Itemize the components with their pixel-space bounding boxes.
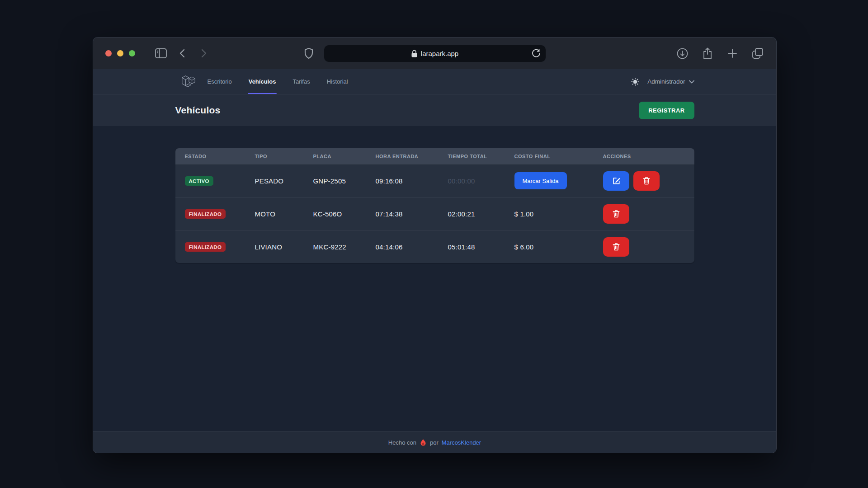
status-badge: FINALIZADO: [185, 209, 226, 219]
page-title: Vehículos: [175, 105, 221, 116]
costo-final-value: $ 6.00: [514, 243, 603, 251]
close-window-button[interactable]: [105, 50, 112, 56]
back-icon[interactable]: [178, 48, 188, 58]
col-tipo: TIPO: [255, 154, 313, 159]
tab-escritorio[interactable]: Escritorio: [208, 69, 232, 94]
browser-chrome: larapark.app: [93, 38, 776, 69]
trash-icon: [612, 242, 620, 251]
chevron-down-icon: [689, 80, 694, 84]
col-tiempo-total: TIEMPO TOTAL: [448, 154, 514, 159]
trash-icon: [612, 209, 620, 218]
col-placa: PLACA: [313, 154, 376, 159]
delete-button[interactable]: [603, 204, 629, 224]
new-tab-icon[interactable]: [727, 48, 738, 59]
delete-button[interactable]: [633, 171, 660, 191]
forward-icon: [198, 48, 208, 58]
trash-icon: [642, 176, 651, 185]
col-acciones: ACCIONES: [603, 154, 694, 159]
register-button[interactable]: REGISTRAR: [639, 102, 694, 119]
sidebar-toggle-icon[interactable]: [155, 48, 167, 58]
laravel-logo-icon[interactable]: [181, 75, 196, 89]
placa-value: KC-506O: [313, 210, 376, 218]
marcar-salida-button[interactable]: Marcar Salida: [514, 172, 567, 189]
status-badge: ACTIVO: [185, 176, 213, 186]
tipo-value: PESADO: [255, 177, 313, 185]
user-menu-label: Administrador: [647, 78, 685, 85]
privacy-shield-icon[interactable]: [304, 47, 314, 59]
downloads-icon[interactable]: [677, 48, 688, 59]
page-header: Vehículos REGISTRAR: [93, 94, 776, 126]
table-row: FINALIZADO MOTO KC-506O 07:14:38 02:00:2…: [175, 197, 694, 230]
pencil-square-icon: [612, 176, 621, 185]
tiempo-total-value: 05:01:48: [448, 243, 514, 251]
main-content: ESTADO TIPO PLACA HORA ENTRADA TIEMPO TO…: [93, 126, 776, 432]
app-navbar: Escritorio Vehículos Tarifas Historial: [93, 69, 776, 94]
col-estado: ESTADO: [175, 154, 255, 159]
minimize-window-button[interactable]: [117, 50, 123, 56]
theme-toggle-sun-icon[interactable]: [631, 78, 639, 86]
browser-window: larapark.app: [93, 38, 776, 453]
edit-button[interactable]: [603, 171, 629, 191]
tab-overview-icon[interactable]: [752, 47, 764, 59]
tiempo-total-value: 00:00:00: [448, 177, 514, 185]
delete-button[interactable]: [603, 237, 629, 257]
placa-value: MKC-9222: [313, 243, 376, 251]
share-icon[interactable]: [702, 47, 713, 60]
tipo-value: LIVIANO: [255, 243, 313, 251]
address-bar[interactable]: larapark.app: [324, 45, 546, 62]
tab-historial[interactable]: Historial: [327, 69, 348, 94]
status-badge: FINALIZADO: [185, 242, 226, 252]
table-row: FINALIZADO LIVIANO MKC-9222 04:14:06 05:…: [175, 230, 694, 263]
costo-final-value: $ 1.00: [514, 210, 603, 218]
lock-icon: [411, 50, 417, 57]
tiempo-total-value: 02:00:21: [448, 210, 514, 218]
user-menu[interactable]: Administrador: [647, 78, 694, 85]
table-row: ACTIVO PESADO GNP-2505 09:16:08 00:00:00…: [175, 164, 694, 197]
table-header-row: ESTADO TIPO PLACA HORA ENTRADA TIEMPO TO…: [175, 148, 694, 164]
reload-icon[interactable]: [532, 48, 541, 58]
tipo-value: MOTO: [255, 210, 313, 218]
hora-entrada-value: 04:14:06: [376, 243, 448, 251]
col-costo-final: COSTO FINAL: [514, 154, 603, 159]
traffic-lights: [105, 50, 135, 56]
tab-vehiculos[interactable]: Vehículos: [249, 69, 276, 94]
placa-value: GNP-2505: [313, 177, 376, 185]
zoom-window-button[interactable]: [129, 50, 135, 56]
nav-tabs: Escritorio Vehículos Tarifas Historial: [208, 69, 348, 94]
hora-entrada-value: 09:16:08: [376, 177, 448, 185]
tab-tarifas[interactable]: Tarifas: [292, 69, 310, 94]
url-text: larapark.app: [421, 50, 458, 57]
vehicles-table: ESTADO TIPO PLACA HORA ENTRADA TIEMPO TO…: [175, 148, 694, 263]
hora-entrada-value: 07:14:38: [376, 210, 448, 218]
col-hora-entrada: HORA ENTRADA: [376, 154, 448, 159]
